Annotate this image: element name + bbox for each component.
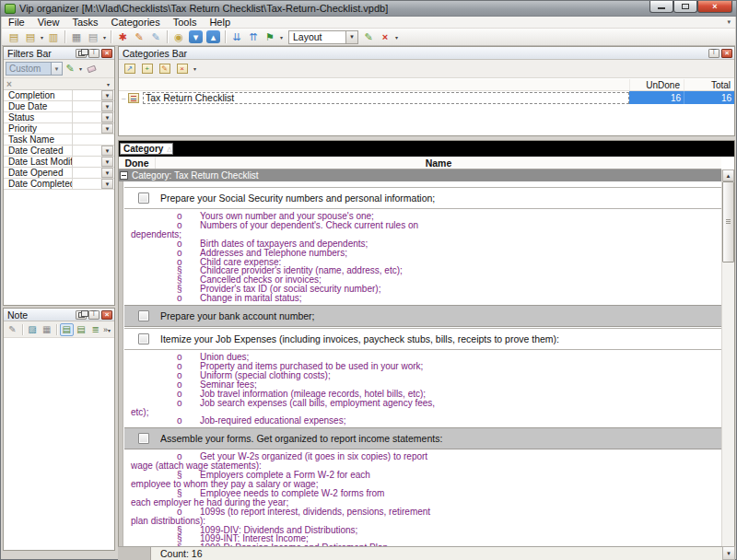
note-view-text-button[interactable]: ▤ <box>60 323 74 336</box>
filter-dropdown-button[interactable]: ▼ <box>101 90 113 100</box>
view-tasks-button[interactable]: ◉ <box>170 29 187 44</box>
print-note-button[interactable]: ▦ <box>40 323 53 336</box>
filter-dropdown-button[interactable]: ▼ <box>101 101 113 111</box>
edit-task-button[interactable]: ✎ <box>131 29 147 44</box>
task-checkbox[interactable] <box>138 310 149 321</box>
note-body[interactable] <box>4 339 114 550</box>
pin-panel-button[interactable]: ⊤ <box>88 49 99 58</box>
filter-value-field[interactable] <box>72 179 101 189</box>
column-header-total[interactable]: Total <box>684 79 734 90</box>
chevron-down-icon[interactable]: ▾ <box>77 65 84 72</box>
filter-value-field[interactable] <box>72 157 101 167</box>
new-task-button[interactable]: ✱ <box>114 29 131 44</box>
move-up-button[interactable]: ▴ <box>206 30 220 43</box>
menu-overflow-icon[interactable]: ▾ <box>727 18 735 26</box>
categories-overflow-icon[interactable]: ▾ <box>192 65 198 72</box>
vertical-scrollbar[interactable]: ▲ <box>721 169 734 546</box>
pin-panel-button[interactable]: ⊤ <box>708 49 719 58</box>
collapse-group-icon[interactable] <box>120 171 128 180</box>
layout-combobox[interactable]: Layout ▼ <box>288 30 358 44</box>
filter-value-field[interactable] <box>72 146 101 156</box>
menu-tasks[interactable]: Tasks <box>65 17 104 29</box>
new-subcategory-button[interactable]: + <box>139 62 155 76</box>
filter-dropdown-button[interactable]: ▼ <box>101 112 113 122</box>
chevron-down-icon[interactable]: ▼ <box>51 63 62 75</box>
menu-view[interactable]: View <box>31 17 66 29</box>
filter-dropdown-button[interactable]: ▼ <box>101 179 113 189</box>
task-checkbox[interactable] <box>138 192 149 204</box>
filter-dropdown-button[interactable]: ▼ <box>101 157 113 167</box>
note-view-html-button[interactable]: ▤ <box>75 323 88 336</box>
group-by-category-button[interactable]: Category △ <box>120 143 173 155</box>
print-button[interactable]: ▦ <box>68 29 85 44</box>
float-panel-button[interactable] <box>76 49 87 58</box>
note-overflow-icon[interactable]: »▾ <box>103 325 112 334</box>
chevron-down-icon[interactable]: ▾ <box>101 34 108 41</box>
minimize-button[interactable] <box>649 1 673 13</box>
scroll-down-icon[interactable]: ▼ <box>722 546 735 560</box>
task-checkbox[interactable] <box>138 433 149 444</box>
scrollbar-thumb[interactable] <box>722 181 734 262</box>
filter-value-field[interactable] <box>72 101 101 111</box>
filter-value-field[interactable] <box>72 168 101 178</box>
open-database-button[interactable]: ▤ <box>22 29 39 44</box>
move-down-button[interactable]: ▾ <box>189 30 203 43</box>
clear-filter-button[interactable] <box>84 62 99 76</box>
pin-panel-button[interactable]: ⊤ <box>88 310 99 320</box>
close-panel-button[interactable]: × <box>101 310 112 320</box>
scroll-up-icon[interactable]: ▲ <box>722 169 734 181</box>
task-row[interactable]: Prepare your bank account number; <box>124 305 721 327</box>
task-checkbox[interactable] <box>138 333 149 344</box>
reset-filter-button[interactable]: × <box>6 79 19 89</box>
menu-categories[interactable]: Categories <box>105 17 167 29</box>
filter-value-field[interactable] <box>72 123 101 134</box>
maximize-button[interactable] <box>673 1 697 13</box>
column-header-undone[interactable]: UnDone <box>629 79 684 90</box>
filter-dropdown-button[interactable]: ▼ <box>101 146 113 156</box>
category-tree-row[interactable]: – Tax Return Checklist 16 16 <box>119 91 734 104</box>
task-row[interactable]: Assemble your forms. Get organized to re… <box>124 427 721 449</box>
filter-value-field[interactable] <box>72 90 101 100</box>
filter-preset-combobox[interactable]: Custom ▼ <box>6 62 63 76</box>
note-bullets-button[interactable]: ≣ <box>88 323 102 336</box>
toolbar-overflow-icon[interactable]: ▾ <box>393 34 400 41</box>
group-row[interactable]: Category: Tax Return Checklist <box>119 169 721 181</box>
task-row[interactable]: Prepare your Social Security numbers and… <box>124 187 721 209</box>
customize-layout-button[interactable]: ✎ <box>360 29 377 44</box>
chevron-down-icon[interactable]: ▾ <box>39 34 45 41</box>
add-icon: + <box>142 64 153 74</box>
float-panel-button[interactable] <box>76 310 87 320</box>
menu-file[interactable]: File <box>2 17 31 29</box>
insert-image-button[interactable]: ▨ <box>26 323 40 336</box>
apply-filter-button[interactable]: ✎ <box>63 62 77 76</box>
filter-dropdown-button[interactable]: ▼ <box>101 123 113 134</box>
column-header-done[interactable]: Done <box>119 157 156 169</box>
new-database-button[interactable]: ▤ <box>6 29 22 44</box>
print-preview-button[interactable]: ▤ <box>85 29 101 44</box>
filter-value-field[interactable] <box>72 134 114 145</box>
note-edit-button[interactable]: ✎ <box>6 323 19 336</box>
expand-all-button[interactable]: ⇊ <box>228 29 245 44</box>
filter-dropdown-button[interactable]: ▼ <box>101 168 113 178</box>
task-notes-button[interactable]: ✎ <box>147 29 164 44</box>
task-subitems: oGet your W-2s organized (it goes in six… <box>124 449 721 546</box>
column-header-name[interactable]: Name <box>156 157 721 169</box>
go-to-button[interactable]: ⚑ <box>262 29 278 44</box>
chevron-down-icon[interactable]: ▼ <box>345 31 357 43</box>
filter-value-field[interactable] <box>72 112 101 122</box>
filters-overflow-icon[interactable]: ▾ <box>105 81 111 88</box>
save-database-button[interactable]: ▥ <box>45 29 62 44</box>
delete-category-button[interactable]: × <box>174 62 190 76</box>
collapse-all-button[interactable]: ⇈ <box>245 29 262 44</box>
close-panel-button[interactable]: × <box>721 49 732 58</box>
close-panel-button[interactable]: × <box>101 49 112 58</box>
close-button[interactable]: × <box>697 1 732 13</box>
tree-expander-icon[interactable]: – <box>122 94 128 102</box>
menu-tools[interactable]: Tools <box>167 17 204 29</box>
chevron-down-icon[interactable]: ▾ <box>278 34 285 41</box>
delete-layout-button[interactable]: × <box>377 29 393 44</box>
task-row[interactable]: Itemize your Job Expenses (including inv… <box>124 328 721 350</box>
menu-help[interactable]: Help <box>203 17 237 29</box>
new-category-button[interactable]: ↗ <box>122 62 137 76</box>
edit-category-button[interactable]: ✎ <box>157 62 172 76</box>
